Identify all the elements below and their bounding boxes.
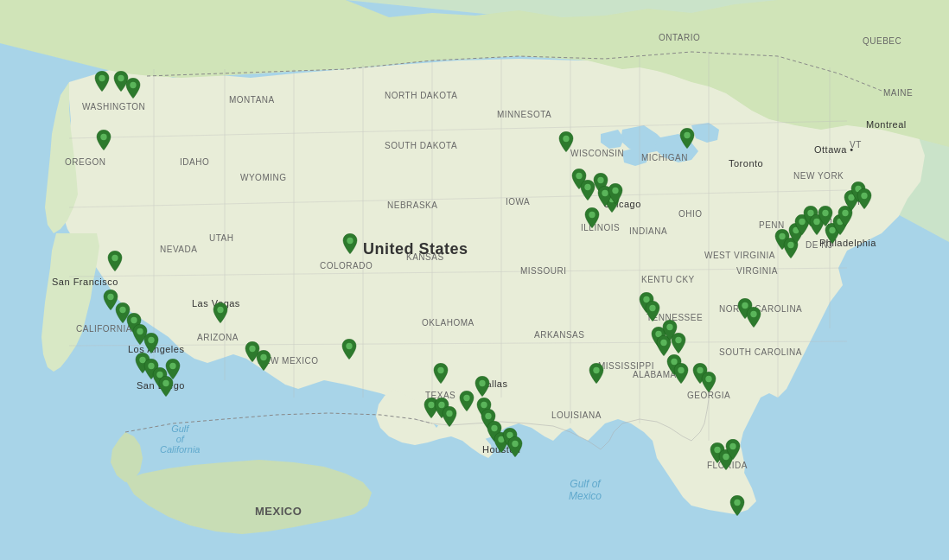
svg-point-16 — [99, 75, 105, 81]
map-marker-m1[interactable] — [92, 71, 111, 95]
map-marker-m43[interactable] — [643, 301, 662, 325]
svg-point-80 — [822, 210, 828, 216]
svg-point-67 — [705, 376, 711, 382]
map-marker-m20[interactable] — [340, 339, 359, 363]
map-marker-m24[interactable] — [440, 406, 459, 430]
map-marker-m4[interactable] — [94, 130, 113, 154]
svg-point-73 — [750, 311, 756, 317]
map-marker-m71[interactable] — [855, 188, 874, 213]
map-marker-m5[interactable] — [105, 251, 124, 275]
map-marker-m3[interactable] — [124, 78, 143, 102]
svg-point-70 — [729, 443, 736, 449]
svg-point-51 — [597, 177, 603, 183]
map-marker-m50[interactable] — [678, 128, 697, 152]
map-marker-m26[interactable] — [473, 376, 492, 400]
svg-point-71 — [734, 500, 740, 506]
map-container[interactable]: WASHINGTON OREGON CALIFORNIA NEVADA IDAH… — [0, 0, 949, 560]
svg-point-25 — [148, 337, 154, 343]
svg-point-53 — [589, 212, 595, 218]
map-marker-m55[interactable] — [723, 439, 742, 463]
svg-point-47 — [512, 441, 518, 447]
map-marker-m47[interactable] — [669, 333, 688, 357]
map-marker-m58[interactable] — [744, 307, 763, 331]
svg-point-21 — [107, 294, 113, 300]
map-marker-m15[interactable] — [163, 359, 182, 383]
svg-point-50 — [584, 184, 590, 190]
svg-point-40 — [463, 395, 469, 401]
map-marker-m21[interactable] — [431, 363, 450, 387]
svg-point-86 — [861, 193, 867, 199]
map-marker-m56[interactable] — [728, 495, 747, 519]
svg-point-36 — [437, 367, 443, 373]
svg-point-55 — [612, 188, 618, 194]
svg-point-39 — [446, 410, 452, 417]
map-marker-m19[interactable] — [341, 233, 360, 258]
svg-point-58 — [649, 305, 655, 311]
svg-point-30 — [169, 363, 175, 369]
svg-point-18 — [130, 82, 136, 88]
svg-point-33 — [260, 354, 266, 360]
svg-point-48 — [563, 136, 569, 142]
map-marker-m32[interactable] — [506, 436, 525, 461]
map-marker-m38[interactable] — [583, 207, 602, 232]
svg-point-44 — [491, 425, 497, 431]
svg-point-35 — [346, 343, 352, 349]
svg-point-49 — [576, 173, 582, 179]
svg-point-42 — [481, 402, 487, 408]
svg-point-23 — [131, 317, 137, 323]
svg-point-64 — [678, 367, 684, 373]
map-marker-m16[interactable] — [211, 302, 230, 327]
map-marker-m33[interactable] — [557, 131, 576, 156]
map-marker-m52[interactable] — [699, 372, 718, 396]
svg-point-34 — [347, 238, 353, 244]
svg-point-20 — [111, 255, 118, 261]
svg-point-41 — [479, 380, 485, 386]
svg-point-31 — [217, 307, 223, 313]
map-marker-m18[interactable] — [254, 350, 273, 374]
svg-point-61 — [666, 324, 672, 330]
map-marker-m41[interactable] — [587, 363, 606, 387]
map-marker-m49[interactable] — [672, 363, 691, 387]
svg-point-56 — [593, 367, 599, 373]
svg-point-62 — [675, 337, 681, 343]
map-marker-m40[interactable] — [606, 183, 625, 207]
svg-point-43 — [485, 413, 491, 419]
svg-point-65 — [684, 132, 690, 138]
svg-point-19 — [100, 134, 106, 140]
